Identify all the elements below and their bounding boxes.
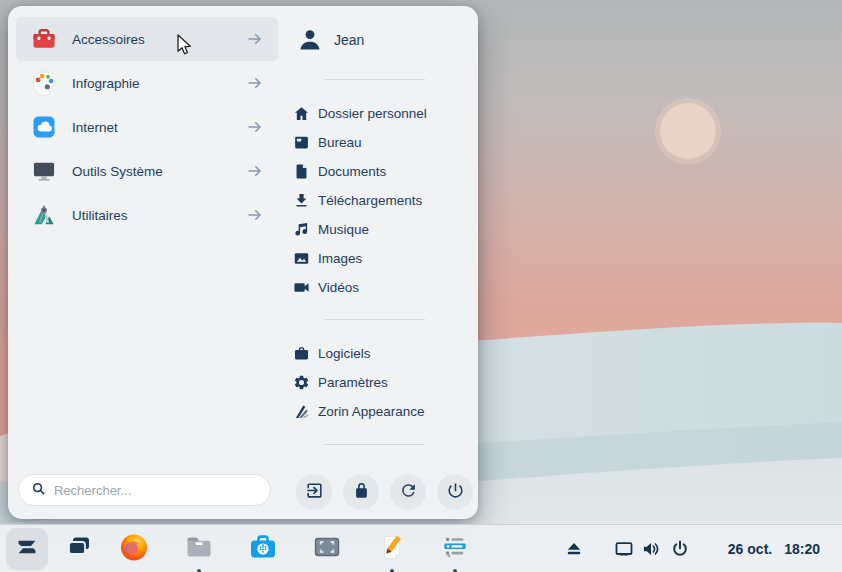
eject-icon (564, 539, 584, 559)
power-icon (670, 539, 690, 559)
arrow-right-icon (246, 74, 264, 92)
palette-icon (30, 69, 58, 97)
category-accessoires[interactable]: Accessoires (16, 17, 278, 61)
briefcase-icon (293, 345, 310, 362)
zorin-logo-icon (12, 532, 42, 566)
utilities-icon (30, 201, 58, 229)
search-box[interactable] (18, 474, 271, 506)
place-images[interactable]: Images (293, 244, 362, 273)
place-musique[interactable]: Musique (293, 215, 369, 244)
place-label: Images (318, 251, 362, 266)
divider (325, 79, 425, 80)
gear-icon (293, 374, 310, 391)
music-icon (293, 221, 310, 238)
firefox-icon (118, 531, 150, 567)
place-label: Documents (318, 164, 386, 179)
toolbox-icon (30, 25, 58, 53)
download-icon (293, 192, 310, 209)
clock[interactable]: 26 oct. 18:20 (728, 525, 820, 572)
divider (325, 319, 425, 320)
power-icon (446, 481, 465, 504)
screenshot-icon (311, 531, 343, 567)
software-store-icon (247, 531, 279, 567)
video-icon (293, 279, 310, 296)
place-documents[interactable]: Documents (293, 157, 386, 186)
taskbar: 26 oct. 18:20 (0, 524, 842, 572)
place-label: Vidéos (318, 280, 359, 295)
category-utilitaires[interactable]: Utilitaires (16, 193, 278, 237)
shortcut-zorin-appearance[interactable]: Zorin Appearance (293, 397, 425, 426)
firefox-button[interactable] (116, 531, 152, 567)
clock-date: 26 oct. (728, 541, 772, 557)
clock-time: 18:20 (784, 541, 820, 557)
shortcut-parametres[interactable]: Paramètres (293, 368, 388, 397)
image-icon (293, 250, 310, 267)
shortcut-label: Paramètres (318, 375, 388, 390)
display-tray-button[interactable] (614, 539, 634, 559)
text-editor-icon (376, 531, 408, 567)
divider (325, 444, 425, 445)
session-buttons (296, 474, 473, 510)
place-dossier-personnel[interactable]: Dossier personnel (293, 99, 427, 128)
user-name: Jean (334, 32, 364, 48)
folder-icon (183, 531, 215, 567)
place-telechargements[interactable]: Téléchargements (293, 186, 422, 215)
text-editor-button[interactable] (374, 531, 410, 567)
window-switcher-button[interactable] (61, 531, 97, 567)
logout-button[interactable] (296, 474, 332, 510)
screenshot-tool-button[interactable] (309, 531, 345, 567)
cloud-icon (30, 113, 58, 141)
monitor-icon (30, 157, 58, 185)
arrow-right-icon (246, 30, 264, 48)
zorin-appearance-icon (293, 403, 310, 420)
lock-icon (352, 481, 371, 504)
shortcut-label: Logiciels (318, 346, 371, 361)
restart-button[interactable] (390, 474, 426, 510)
desktop: Accessoires Infographie Internet (0, 0, 842, 572)
menu-editor-icon (439, 531, 471, 567)
place-videos[interactable]: Vidéos (293, 273, 359, 302)
logout-icon (305, 481, 324, 504)
power-tray-button[interactable] (670, 539, 690, 559)
search-icon (31, 481, 46, 500)
software-store-button[interactable] (245, 531, 281, 567)
shortcut-label: Zorin Appearance (318, 404, 425, 419)
place-label: Téléchargements (318, 193, 422, 208)
files-button[interactable] (181, 531, 217, 567)
search-input[interactable] (54, 483, 260, 498)
category-label: Utilitaires (72, 208, 246, 223)
user-menu[interactable]: Jean (296, 26, 364, 54)
place-bureau[interactable]: Bureau (293, 128, 362, 157)
display-icon (614, 539, 634, 559)
mouse-cursor (176, 34, 196, 56)
arrow-right-icon (246, 118, 264, 136)
desktop-icon (293, 134, 310, 151)
volume-tray-button[interactable] (641, 539, 661, 559)
document-icon (293, 163, 310, 180)
place-label: Bureau (318, 135, 362, 150)
main-menu-editor-button[interactable] (437, 531, 473, 567)
arrow-right-icon (246, 162, 264, 180)
zorin-menu-button[interactable] (6, 528, 48, 570)
volume-icon (641, 539, 661, 559)
power-button[interactable] (437, 474, 473, 510)
shortcut-logiciels[interactable]: Logiciels (293, 339, 371, 368)
windows-icon (63, 531, 95, 567)
category-infographie[interactable]: Infographie (16, 61, 278, 105)
place-label: Musique (318, 222, 369, 237)
category-label: Outils Système (72, 164, 246, 179)
arrow-right-icon (246, 206, 264, 224)
category-label: Infographie (72, 76, 246, 91)
eject-button[interactable] (564, 539, 584, 559)
category-label: Internet (72, 120, 246, 135)
place-label: Dossier personnel (318, 106, 427, 121)
app-menu-panel: Accessoires Infographie Internet (8, 6, 478, 519)
user-avatar-icon (296, 26, 324, 54)
home-icon (293, 105, 310, 122)
category-list: Accessoires Infographie Internet (16, 17, 278, 237)
lock-button[interactable] (343, 474, 379, 510)
category-outils-systeme[interactable]: Outils Système (16, 149, 278, 193)
category-internet[interactable]: Internet (16, 105, 278, 149)
category-label: Accessoires (72, 32, 246, 47)
restart-icon (399, 481, 418, 504)
